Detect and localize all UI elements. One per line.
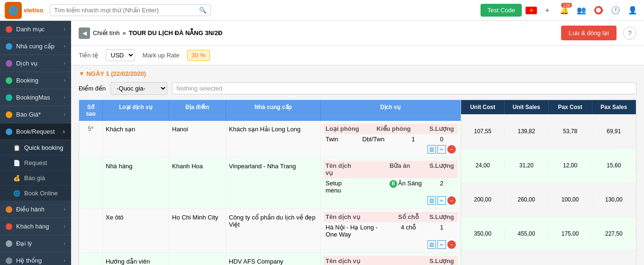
sidebar-sub-item-bao-gia[interactable]: 💰 Báo giá bbox=[0, 171, 71, 186]
book-request-dot bbox=[6, 128, 12, 135]
edit-icon[interactable]: ✏ bbox=[437, 196, 446, 205]
chevron-right-icon: › bbox=[64, 44, 65, 49]
table-right-header: Unit Cost Unit Sales Pax Cost Pax Sales bbox=[461, 100, 636, 114]
edit-icon[interactable]: ✏ bbox=[437, 240, 446, 249]
search-box[interactable]: 🔍 bbox=[50, 4, 211, 16]
unit-sales-value: 139,82 bbox=[505, 125, 548, 137]
layout: Danh mục › Nhà cung cấp › Dịch vụ › Book… bbox=[0, 21, 644, 265]
table-row: Hướng dẫn viên HDV AFS Company bbox=[79, 253, 461, 265]
right-col-unit-sales: Unit Sales bbox=[505, 100, 548, 114]
users-icon[interactable]: 👥 bbox=[575, 4, 588, 17]
right-col-pax-cost: Pax Cost bbox=[549, 100, 592, 114]
service-left: Xe ôtô Ho Chi Minh City Công ty cổ phần … bbox=[79, 209, 461, 253]
khach-hang-dot bbox=[6, 223, 12, 230]
nha-cell: HDV AFS Company bbox=[226, 253, 321, 265]
sidebar-item-bookingmas[interactable]: BookingMas › bbox=[0, 89, 71, 106]
sv-h1: Tên dịch vụ bbox=[326, 213, 390, 220]
sidebar-item-he-thong[interactable]: Hệ thống › bbox=[0, 252, 71, 265]
dich-vu-cell: Tên dịch vụ Số chỗ S.Lượng Hà Nội - Hạ L… bbox=[321, 209, 461, 253]
remove-icon[interactable]: − bbox=[447, 196, 456, 205]
sidebar-item-bao-gia[interactable]: Báo Giá* › bbox=[0, 106, 71, 123]
markup-label: Mark up Rate bbox=[143, 52, 180, 59]
image-icon[interactable]: 🖼 bbox=[427, 240, 436, 249]
sidebar-item-dieu-hanh[interactable]: Điều hành › bbox=[0, 201, 71, 218]
chevron-right-icon: › bbox=[64, 112, 65, 117]
chevron-right-icon: › bbox=[64, 95, 65, 100]
loai-value: Hướng dẫn viên bbox=[106, 258, 150, 265]
sidebar-item-dai-ly[interactable]: Đại lý › bbox=[0, 235, 71, 252]
image-icon[interactable]: 🖼 bbox=[427, 196, 436, 205]
chevron-right-icon: › bbox=[64, 27, 65, 32]
sv-d1: Hà Nội - Hạ Long - One Way bbox=[326, 224, 390, 238]
table-row: Nhà hàng Khanh Hoa Vinpearland - Nha Tra… bbox=[79, 158, 461, 209]
currency-select[interactable]: USD bbox=[106, 49, 135, 61]
table-right: Unit Cost Unit Sales Pax Cost Pax Sales … bbox=[461, 100, 636, 265]
col-header-loai: Loại dịch vụ bbox=[103, 100, 169, 121]
edit-icon[interactable]: ✏ bbox=[437, 145, 446, 154]
pax-cost-value: 53,78 bbox=[549, 125, 592, 137]
star-value: 5* bbox=[88, 126, 93, 132]
search-icon[interactable]: 🔍 bbox=[199, 7, 207, 14]
topbar: 🌐 vietiso 🔍 Test Code ★ + 🔔 129 👥 ⭕ 🕐 👤 bbox=[0, 0, 644, 21]
sv-d4: 1 bbox=[427, 224, 456, 238]
day-label: ▼ NGÀY 1 (22/02/2020) bbox=[79, 70, 146, 77]
sidebar-item-khach-hang[interactable]: Khách hàng › bbox=[0, 218, 71, 235]
day-header[interactable]: ▼ NGÀY 1 (22/02/2020) bbox=[79, 70, 636, 77]
sidebar-sub-item-quick-booking[interactable]: 📋 Quick booking bbox=[0, 140, 71, 155]
clock-icon[interactable]: 🕐 bbox=[609, 4, 622, 17]
dai-ly-dot bbox=[6, 240, 12, 247]
content-area: ▼ NGÀY 1 (22/02/2020) Điểm đến -Quoc gia… bbox=[71, 65, 644, 265]
pax-sales-value: 130,00 bbox=[592, 193, 636, 206]
back-button[interactable]: ◀ bbox=[79, 27, 90, 39]
notification-icon[interactable]: 🔔 129 bbox=[558, 4, 571, 17]
nha-value: Khách sạn Hải Long Long bbox=[229, 126, 300, 133]
remove-icon[interactable]: − bbox=[447, 240, 456, 249]
remove-icon[interactable]: − bbox=[447, 145, 456, 154]
pax-sales-value: 69,91 bbox=[592, 125, 636, 137]
unit-sales-value: 31,20 bbox=[505, 159, 548, 172]
nothing-selected[interactable]: Nothing selected bbox=[172, 82, 636, 94]
nha-value: HDV AFS Company bbox=[229, 258, 283, 265]
sidebar: Danh mục › Nhà cung cấp › Dịch vụ › Book… bbox=[0, 21, 71, 265]
image-icon[interactable]: 🖼 bbox=[427, 145, 436, 154]
dieu-hanh-dot bbox=[6, 206, 12, 213]
col-header-nha: Nhà cung cấp bbox=[226, 100, 321, 121]
he-thong-dot bbox=[6, 257, 12, 264]
dia-cell: Hanoi bbox=[169, 121, 226, 157]
sv-actions: 🖼 ✏ − bbox=[324, 144, 458, 155]
avatar-icon[interactable]: 👤 bbox=[626, 4, 639, 17]
bookingmas-dot bbox=[6, 94, 12, 101]
nha-cell: Vinpearland - Nha Trang bbox=[226, 158, 321, 209]
sidebar-sub-item-request[interactable]: 📄 Request bbox=[0, 155, 71, 171]
service-left: Hướng dẫn viên HDV AFS Company bbox=[79, 253, 461, 265]
help-button[interactable]: ? bbox=[623, 27, 636, 40]
unit-sales-value: 260,00 bbox=[505, 193, 548, 206]
service-left: Nhà hàng Khanh Hoa Vinpearland - Nha Tra… bbox=[79, 158, 461, 209]
sv-d4: 2 bbox=[427, 180, 456, 194]
chevron-right-icon: › bbox=[64, 207, 65, 212]
sidebar-item-dich-vu[interactable]: Dịch vụ › bbox=[0, 55, 71, 72]
sidebar-item-danh-muc[interactable]: Danh mục › bbox=[0, 21, 71, 38]
dia-value: Ho Chi Minh City bbox=[172, 214, 218, 221]
unit-sales-value: 455,00 bbox=[505, 228, 548, 240]
test-code-button[interactable]: Test Code bbox=[481, 4, 522, 17]
sidebar-item-book-request[interactable]: Book/Request ∧ bbox=[0, 123, 71, 140]
circle-icon[interactable]: ⭕ bbox=[592, 4, 605, 17]
sidebar-item-booking[interactable]: Booking › bbox=[0, 72, 71, 89]
sidebar-sub-item-book-online[interactable]: 🌐 Book Online bbox=[0, 186, 71, 201]
sv-actions: 🖼 ✏ − bbox=[324, 239, 458, 250]
plus-icon[interactable]: + bbox=[541, 4, 554, 17]
loai-cell: Nhà hàng bbox=[103, 158, 169, 209]
main-content: ◀ Chiết tính » TOUR DU LỊCH ĐÀ NẴNG 3N/2… bbox=[71, 21, 644, 265]
loai-value: Nhà hàng bbox=[106, 163, 132, 170]
sv-h1: Loại phòng bbox=[326, 125, 377, 132]
chevron-right-icon: › bbox=[64, 241, 65, 246]
right-data-row: 24,00 31,20 12,00 15,60 bbox=[461, 148, 636, 183]
right-data-row: 200,00 260,00 100,00 130,00 bbox=[461, 183, 636, 217]
search-input[interactable] bbox=[54, 7, 199, 14]
save-button[interactable]: Lưu & đóng lại bbox=[561, 26, 617, 40]
country-select[interactable]: -Quoc gia- bbox=[110, 82, 167, 95]
sao-cell: 5* bbox=[79, 121, 103, 157]
sidebar-item-nha-cung-cap[interactable]: Nhà cung cấp › bbox=[0, 38, 71, 55]
dia-cell: Ho Chi Minh City bbox=[169, 209, 226, 253]
